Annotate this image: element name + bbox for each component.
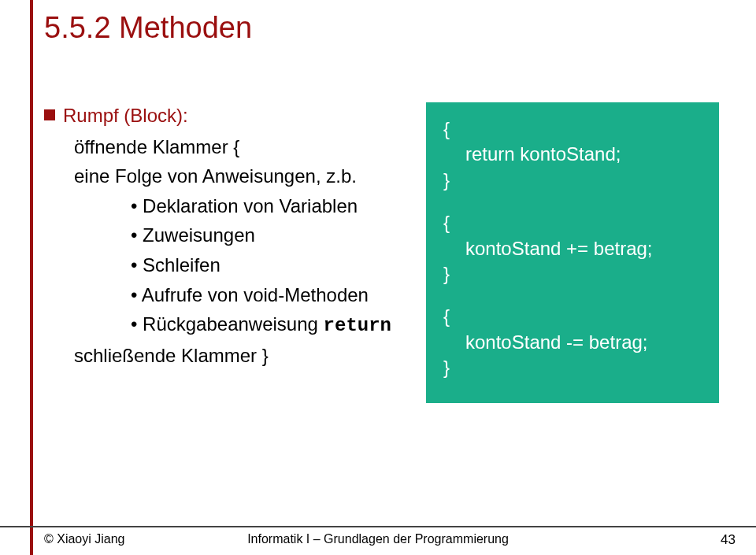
rumpf-label: Rumpf (Block):: [63, 105, 188, 126]
square-bullet-icon: [44, 109, 55, 120]
brace-close: }: [443, 168, 702, 193]
code-line: kontoStand += betrag;: [465, 236, 702, 261]
bullet-schleifen: Schleifen: [131, 252, 406, 279]
slide: 5.5.2 Methoden Rumpf (Block): öffnende K…: [0, 0, 756, 555]
inner-bullets: Deklaration von Variablen Zuweisungen Sc…: [131, 193, 406, 339]
content-block: Rumpf (Block): öffnende Klammer { eine F…: [44, 102, 406, 372]
bullet-aufrufe: Aufrufe von void-Methoden: [131, 282, 406, 309]
code-line: kontoStand -= betrag;: [465, 330, 702, 355]
return-keyword: return: [324, 315, 391, 336]
line-anweisungen: eine Folge von Anweisungen, z.b.: [74, 163, 406, 190]
bullet-rumpf: Rumpf (Block):: [44, 102, 406, 129]
brace-open: {: [443, 304, 702, 329]
page-number: 43: [721, 532, 736, 548]
footer-title: Informatik I – Grundlagen der Programmie…: [0, 532, 756, 546]
code-block-3: { kontoStand -= betrag; }: [443, 304, 702, 380]
brace-open: {: [443, 117, 702, 142]
brace-close: }: [443, 355, 702, 380]
brace-open: {: [443, 210, 702, 235]
page-title: 5.5.2 Methoden: [44, 11, 252, 45]
bullet-return-text: Rückgabeanweisung: [131, 313, 324, 335]
code-box: { return kontoStand; } { kontoStand += b…: [426, 102, 719, 403]
bullet-deklaration: Deklaration von Variablen: [131, 193, 406, 220]
bullet-return: Rückgabeanweisung return: [131, 311, 406, 339]
line-close-brace: schließende Klammer }: [74, 342, 406, 369]
footer-rule: [0, 526, 756, 527]
line-open-brace: öffnende Klammer {: [74, 134, 406, 161]
vertical-rule: [30, 0, 33, 555]
code-block-1: { return kontoStand; }: [443, 117, 702, 193]
sublist: öffnende Klammer { eine Folge von Anweis…: [74, 134, 406, 369]
code-line: return kontoStand;: [465, 142, 702, 167]
bullet-zuweisungen: Zuweisungen: [131, 222, 406, 249]
brace-close: }: [443, 261, 702, 287]
code-block-2: { kontoStand += betrag; }: [443, 210, 702, 287]
